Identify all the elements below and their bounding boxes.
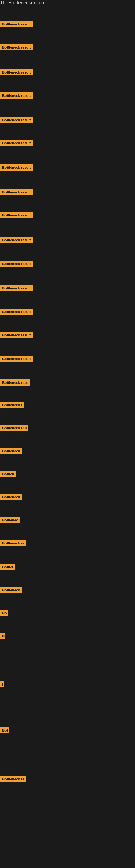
bottleneck-item-2[interactable]: Bottleneck result xyxy=(0,44,33,52)
bottleneck-item-27[interactable]: B xyxy=(0,633,5,641)
bottleneck-item-20[interactable]: Bottlen xyxy=(0,471,16,478)
site-title: TheBottlenecker.com xyxy=(0,0,135,6)
bottleneck-item-4[interactable]: Bottleneck result xyxy=(0,93,33,100)
bottleneck-item-7[interactable]: Bottleneck result xyxy=(0,164,33,172)
bottleneck-item-16[interactable]: Bottleneck resul xyxy=(0,379,30,387)
bottleneck-badge-10: Bottleneck result xyxy=(0,237,33,243)
bottleneck-badge-13: Bottleneck result xyxy=(0,309,33,315)
bottleneck-badge-15: Bottleneck result xyxy=(0,355,33,362)
bottleneck-item-11[interactable]: Bottleneck result xyxy=(0,261,33,268)
bottleneck-item-18[interactable]: Bottleneck resu xyxy=(0,425,28,432)
bottleneck-item-15[interactable]: Bottleneck result xyxy=(0,355,33,363)
bottleneck-badge-2: Bottleneck result xyxy=(0,44,33,51)
bottleneck-badge-22: Bottlenec xyxy=(0,517,20,523)
bottleneck-item-1[interactable]: Bottleneck result xyxy=(0,21,33,29)
bottleneck-item-24[interactable]: Bottler xyxy=(0,564,15,571)
bottleneck-badge-8: Bottleneck result xyxy=(0,189,33,195)
bottleneck-badge-4: Bottleneck result xyxy=(0,93,33,99)
bottleneck-item-8[interactable]: Bottleneck result xyxy=(0,189,33,196)
bottleneck-badge-17: Bottleneck r xyxy=(0,402,24,408)
bottleneck-badge-25: Bottleneck xyxy=(0,587,21,593)
bottleneck-item-28[interactable]: | xyxy=(0,681,4,688)
bottleneck-badge-30: Bottleneck re xyxy=(0,776,26,782)
bottleneck-item-12[interactable]: Bottleneck result xyxy=(0,285,33,292)
bottleneck-item-25[interactable]: Bottleneck xyxy=(0,587,21,594)
bottleneck-item-23[interactable]: Bottleneck re xyxy=(0,540,26,547)
bottleneck-item-9[interactable]: Bottleneck result xyxy=(0,212,33,219)
bottleneck-badge-26: Bo xyxy=(0,610,8,616)
bottleneck-badge-11: Bottleneck result xyxy=(0,261,33,267)
bottleneck-badge-20: Bottlen xyxy=(0,471,16,477)
bottleneck-item-22[interactable]: Bottlenec xyxy=(0,517,20,524)
bottleneck-badge-1: Bottleneck result xyxy=(0,21,33,27)
bottleneck-item-10[interactable]: Bottleneck result xyxy=(0,237,33,244)
bottleneck-badge-19: Bottleneck xyxy=(0,448,21,454)
bottleneck-item-29[interactable]: Bot xyxy=(0,727,9,735)
bottleneck-item-14[interactable]: Bottleneck result xyxy=(0,332,33,339)
bottleneck-badge-24: Bottler xyxy=(0,564,15,570)
bottleneck-item-30[interactable]: Bottleneck re xyxy=(0,776,26,783)
bottleneck-badge-21: Bottleneck xyxy=(0,494,21,500)
bottleneck-item-19[interactable]: Bottleneck xyxy=(0,448,21,455)
bottleneck-badge-27: B xyxy=(0,633,5,639)
bottleneck-badge-5: Bottleneck result xyxy=(0,117,33,123)
bottleneck-item-13[interactable]: Bottleneck result xyxy=(0,309,33,316)
bottleneck-item-6[interactable]: Bottleneck result xyxy=(0,140,33,147)
bottleneck-badge-18: Bottleneck resu xyxy=(0,425,28,431)
bottleneck-item-21[interactable]: Bottleneck xyxy=(0,494,21,501)
bottleneck-badge-12: Bottleneck result xyxy=(0,285,33,291)
bottleneck-badge-3: Bottleneck result xyxy=(0,69,33,75)
bottleneck-badge-29: Bot xyxy=(0,727,9,734)
bottleneck-badge-7: Bottleneck result xyxy=(0,164,33,170)
bottleneck-badge-9: Bottleneck result xyxy=(0,212,33,218)
bottleneck-item-26[interactable]: Bo xyxy=(0,610,8,617)
bottleneck-item-17[interactable]: Bottleneck r xyxy=(0,402,24,409)
bottleneck-badge-23: Bottleneck re xyxy=(0,540,26,546)
bottleneck-item-3[interactable]: Bottleneck result xyxy=(0,69,33,76)
bottleneck-badge-16: Bottleneck resul xyxy=(0,379,30,386)
bottleneck-badge-6: Bottleneck result xyxy=(0,140,33,146)
bottleneck-item-5[interactable]: Bottleneck result xyxy=(0,117,33,124)
bottleneck-badge-28: | xyxy=(0,681,4,687)
bottleneck-badge-14: Bottleneck result xyxy=(0,332,33,338)
